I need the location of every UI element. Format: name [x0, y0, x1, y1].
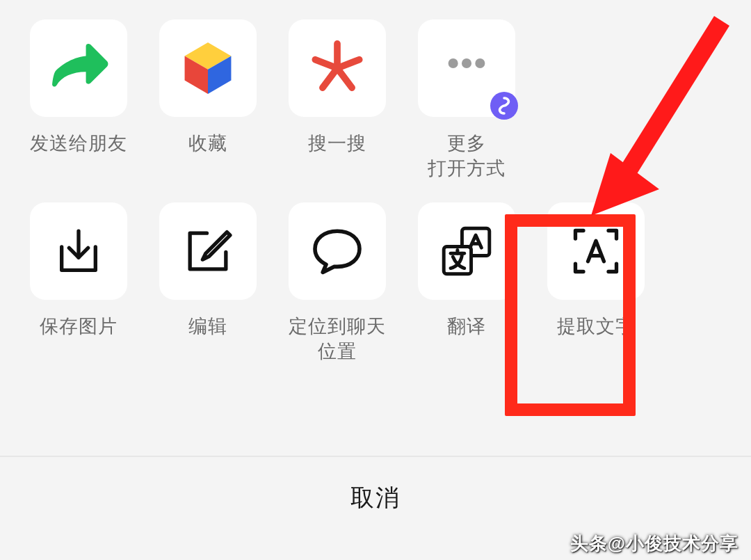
action-label: 编辑 — [188, 314, 227, 339]
action-label: 发送给朋友 — [30, 131, 127, 156]
action-label: 定位到聊天 位置 — [289, 314, 386, 365]
action-grid: 发送给朋友 收藏 — [0, 19, 751, 456]
cell-extract-text[interactable]: 提取文字 — [531, 202, 661, 365]
action-sheet: 发送给朋友 收藏 — [0, 0, 751, 560]
cell-translate[interactable]: 翻译 — [402, 202, 531, 365]
cell-send-to-friend[interactable]: 发送给朋友 — [14, 19, 143, 182]
svg-point-9 — [332, 63, 343, 74]
svg-point-11 — [462, 58, 471, 68]
cell-favorite[interactable]: 收藏 — [143, 19, 273, 182]
cell-locate-in-chat[interactable]: 定位到聊天 位置 — [273, 202, 402, 365]
chat-bubble-icon — [289, 202, 386, 300]
cell-search[interactable]: 搜一搜 — [273, 19, 402, 182]
cancel-label: 取消 — [350, 482, 401, 514]
extract-text-icon — [547, 202, 645, 300]
favorite-icon — [159, 19, 257, 117]
action-label: 收藏 — [188, 131, 227, 156]
edit-icon — [159, 202, 257, 300]
svg-point-12 — [475, 58, 485, 68]
action-label: 搜一搜 — [308, 131, 366, 156]
cell-save-image[interactable]: 保存图片 — [14, 202, 143, 365]
action-row-2: 保存图片 编辑 定位到聊天 位置 — [0, 202, 751, 365]
more-icon — [418, 19, 515, 117]
action-label: 翻译 — [447, 314, 486, 339]
translate-icon — [418, 202, 515, 300]
svg-point-10 — [449, 58, 458, 68]
save-image-icon — [30, 202, 127, 300]
cell-more-open-methods[interactable]: 更多 打开方式 — [402, 19, 531, 182]
cell-edit[interactable]: 编辑 — [143, 202, 273, 365]
action-row-1: 发送给朋友 收藏 — [0, 19, 751, 182]
action-label: 保存图片 — [40, 314, 118, 339]
watermark-text: 头条@小俊技术分享 — [570, 531, 738, 556]
action-label: 更多 打开方式 — [428, 131, 506, 182]
miniprogram-badge-icon — [489, 90, 519, 121]
action-label: 提取文字 — [557, 314, 635, 339]
send-to-friend-icon — [30, 19, 127, 117]
search-icon — [289, 19, 386, 117]
